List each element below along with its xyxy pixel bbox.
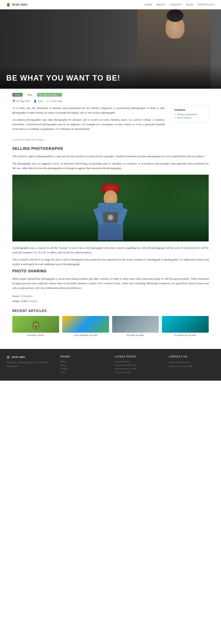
section1-p2: The photographs seen on magazine covers,… bbox=[12, 161, 209, 170]
footer-post-1[interactable]: Avocado Theme bbox=[115, 360, 161, 363]
intro-text: As in other arts, the definitions of ama… bbox=[12, 106, 165, 134]
post-read-time: 🕐 1 min read. bbox=[46, 100, 63, 103]
footer-page-home[interactable]: Home bbox=[61, 360, 107, 363]
footer-post-3[interactable]: Love whatever you like! bbox=[115, 367, 161, 370]
footer-post-2[interactable]: Be what you want to be! bbox=[115, 364, 161, 366]
after-p2: This is usually referred to as usage fee… bbox=[12, 257, 209, 266]
navbar: AVOCADO HOME ABOUT CONTACT BLOG PORTFOLI… bbox=[0, 0, 221, 10]
footer-brand: AVOCADO bbox=[6, 355, 52, 359]
after-p1: A photographer uses a contract to sell t… bbox=[12, 246, 209, 255]
toc-item-1[interactable]: 1. Selling photographs bbox=[174, 113, 205, 116]
svg-point-9 bbox=[8, 357, 9, 358]
credits-line: Image Credits: Pixabay bbox=[12, 300, 209, 303]
footer-phone: Phone: +1-123-456-7890 bbox=[169, 364, 215, 368]
main-content: Home › Blog › Be what you want ... 📅 06 … bbox=[6, 89, 215, 340]
recent-thumb-1 bbox=[12, 316, 59, 333]
section2-heading: PHOTO SHARING bbox=[12, 269, 209, 274]
toc-link-2[interactable]: 2. Photo sharing bbox=[174, 116, 191, 119]
source-wikipedia-link[interactable]: Wikipedia bbox=[21, 294, 33, 298]
person-icon: 👤 bbox=[34, 100, 37, 103]
svg-point-5 bbox=[35, 325, 37, 328]
toc-link-1[interactable]: 1. Selling photographs bbox=[174, 113, 197, 116]
footer-posts-col: LATEST POSTS Avocado Theme Be what you w… bbox=[115, 355, 161, 374]
after-photo-text: A photographer uses a contract to sell t… bbox=[12, 246, 209, 266]
recent-card-2[interactable]: Love whatever you like! bbox=[62, 316, 109, 336]
footer-pages-list: Home About Contact Blog bbox=[61, 360, 107, 373]
chevron-down-icon: ▾ bbox=[213, 3, 215, 6]
sources-block: Source: Wikipedia Image Credits: Pixabay bbox=[12, 294, 209, 303]
theme-link[interactable]: Learn more about this theme bbox=[12, 138, 209, 141]
nav-contact[interactable]: CONTACT bbox=[170, 3, 182, 6]
recent-thumb-4 bbox=[162, 316, 209, 333]
post-meta: 📅 06 Sep 2017 👤 John 🕐 1 min read. bbox=[12, 100, 209, 103]
footer-contact-col: CONTACT US Email: john@doe.com Phone: +1… bbox=[169, 355, 215, 374]
intro-p1: As in other arts, the definitions of ama… bbox=[12, 106, 165, 115]
section1-p1: The exclusive right of photographers to … bbox=[12, 154, 209, 158]
footer-grid: AVOCADO Avocado is a bootstrap based, cl… bbox=[6, 355, 215, 374]
recent-thumb-2 bbox=[62, 316, 109, 333]
recent-heading: RECENT ARTICLES bbox=[12, 309, 209, 313]
breadcrumb-current: Be what you want ... bbox=[37, 93, 62, 96]
photo-block bbox=[12, 175, 209, 242]
content-layout: As in other arts, the definitions of ama… bbox=[12, 106, 209, 134]
footer-page-blog[interactable]: Blog bbox=[61, 371, 107, 373]
footer-pages-col: PAGES Home About Contact Blog bbox=[61, 355, 107, 374]
svg-point-2 bbox=[8, 4, 9, 6]
section-selling: SELLING PHOTOGRAPHS The exclusive right … bbox=[12, 146, 209, 170]
footer-avocado-icon bbox=[6, 355, 10, 359]
recent-label-4: Go wherever you like! bbox=[162, 334, 209, 336]
recent-articles-section: RECENT ARTICLES Avocado Theme Love whate… bbox=[12, 309, 209, 336]
hero-title: BE WHAT YOU WANT TO BE! bbox=[6, 74, 215, 82]
brand-name: AVOCADO bbox=[12, 3, 27, 6]
footer-page-about[interactable]: About bbox=[61, 364, 107, 366]
hero-section: BE WHAT YOU WANT TO BE! bbox=[0, 10, 221, 89]
breadcrumb: Home › Blog › Be what you want ... bbox=[12, 93, 209, 96]
footer-email: Email: john@doe.com bbox=[169, 360, 215, 364]
footer-page-contact[interactable]: Contact bbox=[61, 367, 107, 370]
source-line: Source: Wikipedia bbox=[12, 294, 209, 298]
post-author: 👤 John bbox=[34, 100, 43, 103]
nav-links: HOME ABOUT CONTACT BLOG PORTFOLIO ▾ bbox=[145, 3, 215, 6]
source-pixabay-link[interactable]: Pixabay bbox=[29, 300, 38, 302]
footer-contact-heading: CONTACT US bbox=[169, 355, 215, 358]
recent-grid: Avocado Theme Love whatever you like! Do… bbox=[12, 316, 209, 336]
recent-label-3: Do what you like! bbox=[112, 334, 159, 336]
post-date: 📅 06 Sep 2017 bbox=[12, 100, 31, 103]
footer-pages-heading: PAGES bbox=[61, 355, 107, 358]
recent-card-3[interactable]: Do what you like! bbox=[112, 316, 159, 336]
footer-posts-heading: LATEST POSTS bbox=[115, 355, 161, 358]
recent-card-1[interactable]: Avocado Theme bbox=[12, 316, 59, 336]
recent-label-2: Love whatever you like! bbox=[62, 334, 109, 336]
nav-blog[interactable]: BLOG bbox=[186, 3, 193, 6]
hero-overlay: BE WHAT YOU WANT TO BE! bbox=[0, 65, 221, 89]
section-sharing: PHOTO SHARING Many people upload their p… bbox=[12, 269, 209, 290]
footer-brand-col: AVOCADO Avocado is a bootstrap based, cl… bbox=[6, 355, 52, 374]
nav-home[interactable]: HOME bbox=[145, 3, 152, 6]
intro-p2: An amateur photographer may take photogr… bbox=[12, 118, 165, 131]
toc-item-2[interactable]: 2. Photo sharing bbox=[174, 116, 205, 119]
brand[interactable]: AVOCADO bbox=[6, 2, 27, 7]
footer: AVOCADO Avocado is a bootstrap based, cl… bbox=[0, 349, 221, 381]
nav-about[interactable]: ABOUT bbox=[156, 3, 165, 6]
section1-heading: SELLING PHOTOGRAPHS bbox=[12, 146, 209, 151]
avocado-logo-icon bbox=[6, 2, 11, 7]
footer-desc: Avocado is a bootstrap based, clean, min… bbox=[6, 360, 52, 368]
table-of-contents: Contents 1. Selling photographs 2. Photo… bbox=[171, 106, 209, 122]
nav-portfolio[interactable]: PORTFOLIO ▾ bbox=[198, 3, 215, 6]
calendar-icon: 📅 bbox=[12, 100, 16, 103]
section2-p1: Many people upload their photographs to … bbox=[12, 276, 209, 290]
toc-list: 1. Selling photographs 2. Photo sharing bbox=[174, 113, 205, 119]
footer-post-4[interactable]: Do what you like! bbox=[115, 371, 161, 373]
recent-thumb-3 bbox=[112, 316, 159, 333]
clock-icon: 🕐 bbox=[46, 100, 49, 103]
footer-posts-list: Avocado Theme Be what you want to be! Lo… bbox=[115, 360, 161, 373]
toc-title: Contents bbox=[174, 108, 205, 112]
recent-label-1: Avocado Theme bbox=[12, 334, 59, 336]
breadcrumb-blog[interactable]: Blog bbox=[26, 93, 34, 96]
footer-contact-info: Email: john@doe.com Phone: +1-123-456-78… bbox=[169, 360, 215, 368]
recent-card-4[interactable]: Go wherever you like! bbox=[162, 316, 209, 336]
breadcrumb-home[interactable]: Home bbox=[12, 93, 23, 96]
